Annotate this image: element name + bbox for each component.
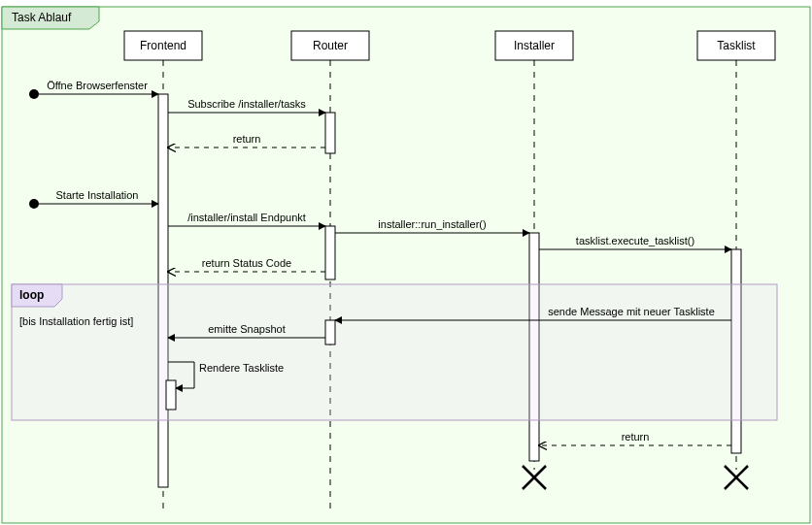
msg-send-message-label: sende Message mit neuer Taskliste xyxy=(548,306,715,317)
activation-router-2 xyxy=(325,226,335,279)
msg-execute-tasklist-label: tasklist.execute_tasklist() xyxy=(576,235,694,246)
msg-return1-label: return xyxy=(233,133,261,145)
participant-frontend-label: Frontend xyxy=(140,39,186,52)
participant-installer-label: Installer xyxy=(514,39,555,52)
sequence-diagram: Task Ablauf Frontend Router Installer Ta… xyxy=(0,0,812,525)
loop-frame xyxy=(12,284,777,420)
found-msg-dot-2 xyxy=(29,199,39,209)
participant-router-label: Router xyxy=(313,39,348,52)
msg-emit-snapshot-label: emitte Snapshot xyxy=(208,323,286,335)
msg-start-install-label: Starte Installation xyxy=(56,189,139,201)
loop-guard: [bis Installation fertig ist] xyxy=(19,315,133,327)
participant-tasklist-label: Tasklist xyxy=(717,39,756,52)
loop-title: loop xyxy=(19,288,44,302)
msg-open-browser-label: Öffne Browserfenster xyxy=(47,80,148,91)
msg-subscribe-label: Subscribe /installer/tasks xyxy=(187,98,306,110)
msg-run-installer-label: installer::run_installer() xyxy=(378,218,486,230)
frame-title: Task Ablauf xyxy=(12,11,72,24)
msg-render-tasklist-label: Rendere Taskliste xyxy=(199,362,284,374)
found-msg-dot-1 xyxy=(29,89,39,99)
activation-router-3 xyxy=(325,320,335,345)
activation-frontend-self xyxy=(166,380,176,410)
activation-router-1 xyxy=(325,113,335,153)
msg-return-status-label: return Status Code xyxy=(202,257,291,269)
msg-install-endpoint-label: /installer/install Endpunkt xyxy=(187,212,306,223)
msg-return2-label: return xyxy=(622,431,650,443)
